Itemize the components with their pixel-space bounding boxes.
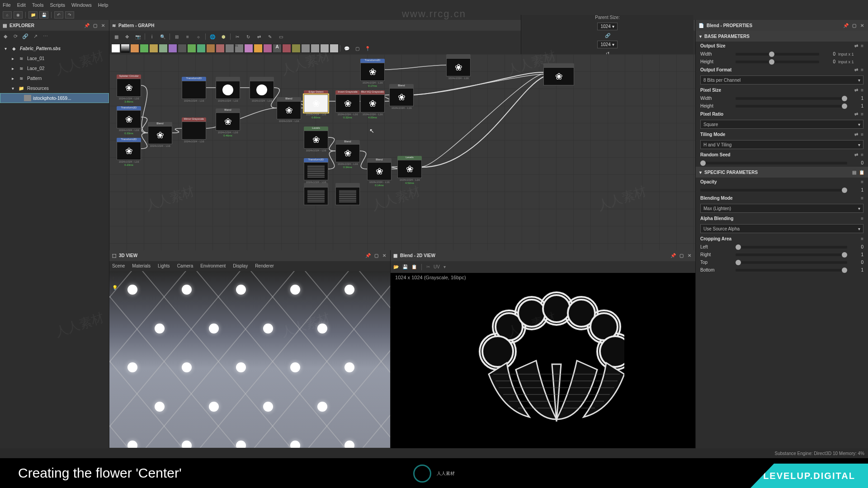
open-icon[interactable]: 📁 — [28, 11, 38, 19]
parent-size-value[interactable]: 1024 ▾ — [597, 23, 617, 30]
select-icon[interactable]: ▭ — [276, 32, 286, 41]
move-icon[interactable]: ✥ — [122, 32, 132, 41]
palette-swatch[interactable] — [311, 44, 320, 53]
palette-swatch[interactable] — [216, 44, 225, 53]
menu-tools[interactable]: Tools — [32, 2, 44, 8]
menu-icon[interactable]: ≡ — [861, 152, 863, 157]
screenshot-icon[interactable]: 📷 — [133, 32, 143, 41]
save-icon[interactable]: 💾 — [39, 11, 48, 19]
menu-icon[interactable]: ≡ — [861, 179, 863, 184]
tree-item-resource-image[interactable]: istockphoto-1659... — [0, 93, 109, 103]
crop-left-slider[interactable] — [736, 246, 847, 249]
graph-node[interactable]: Edge Detect❀1024x1024 - L160.80ms — [304, 90, 328, 119]
maximize-icon[interactable]: ▢ — [373, 253, 379, 259]
section-base-parameters[interactable]: ▾BASE PARAMETERS — [696, 31, 868, 42]
px-width-slider[interactable] — [736, 97, 847, 100]
graph-node[interactable]: ❀1024x1024 - L16 — [446, 54, 471, 80]
open-icon[interactable]: 📂 — [393, 264, 399, 269]
export-icon[interactable]: ↗ — [32, 33, 39, 40]
menu-icon[interactable]: ≡ — [861, 236, 863, 241]
graph-node[interactable] — [335, 183, 360, 205]
crop-icon[interactable]: ✂ — [426, 264, 430, 269]
inherit-icon[interactable]: ⇄ — [854, 152, 858, 157]
menu-scene[interactable]: Scene — [112, 263, 125, 268]
graph-node[interactable]: Levels❀1024x1024 - L16 — [304, 127, 328, 152]
crop-top-slider[interactable] — [736, 261, 847, 264]
palette-swatch[interactable] — [187, 44, 196, 53]
opacity-slider[interactable] — [700, 189, 847, 192]
palette-swatch[interactable] — [111, 44, 120, 53]
graph-node[interactable]: Blend❀1024x1024 - L160.46ms — [216, 108, 240, 137]
alpha-blending-select[interactable]: Use Source Alpha▾ — [700, 224, 863, 233]
palette-swatch[interactable] — [206, 44, 215, 53]
redo-icon[interactable]: ↷ — [65, 11, 74, 19]
link-icon[interactable]: ⟐ — [193, 32, 203, 41]
menu-windows[interactable]: Windows — [71, 2, 92, 8]
flip-icon[interactable]: ⇄ — [254, 32, 264, 41]
home-icon[interactable]: ⌂ — [3, 11, 12, 19]
chevron-down-icon[interactable]: ▾ — [443, 264, 446, 269]
graph-node[interactable]: Blend❀1024x1024 - L160.14ms — [367, 158, 392, 187]
new-substance-icon[interactable]: ◆ — [2, 33, 9, 40]
link-icon[interactable]: 🔗 — [22, 33, 29, 40]
px-height-slider[interactable] — [736, 105, 847, 108]
blending-mode-select[interactable]: Max (Lighten)▾ — [700, 204, 863, 213]
menu-camera[interactable]: Camera — [177, 263, 193, 268]
graph-node[interactable]: ❀ — [543, 63, 574, 85]
palette-swatch[interactable] — [320, 44, 329, 53]
crop-bottom-slider[interactable] — [736, 269, 847, 272]
palette-swatch[interactable] — [330, 44, 339, 53]
maximize-icon[interactable]: ▢ — [678, 253, 684, 259]
graph-node[interactable]: Transform2D1024x1024 - L160.11ms — [304, 158, 328, 187]
palette-swatch[interactable] — [149, 44, 158, 53]
graph-node[interactable]: Transform2D1024x1024 - L16 — [182, 77, 206, 103]
pixel-ratio-select[interactable]: Square▾ — [700, 120, 863, 129]
project-root[interactable]: ▾◆ Fabric_Pattern.sbs — [0, 43, 109, 53]
palette-swatch[interactable] — [140, 44, 149, 53]
frame-all-icon[interactable]: ▦ — [111, 32, 121, 41]
inherit-icon[interactable]: ⇄ — [854, 43, 858, 48]
graph-node[interactable]: Blur HQ Grayscale❀1024x1024 - L164.00ms — [360, 90, 385, 119]
pin-icon[interactable]: 📌 — [84, 22, 90, 28]
graph-node[interactable]: Blend❀1024x1024 - L16 — [277, 97, 301, 123]
align-icon[interactable]: ≡ — [183, 32, 193, 41]
copy-icon[interactable]: 📋 — [411, 264, 417, 269]
tree-item-resources[interactable]: ▾📁 Resources — [0, 83, 109, 93]
graph-node[interactable]: 1024x1024 - L16 — [250, 77, 274, 103]
menu-icon[interactable]: ≡ — [861, 67, 863, 72]
tree-item-lace02[interactable]: ▸≋ Lace_02 — [0, 63, 109, 73]
graph-node[interactable]: Transform2D❀1024x1024 - L160.23ms — [117, 138, 141, 166]
palette-swatch[interactable] — [225, 44, 234, 53]
comment-icon[interactable]: 💬 — [342, 44, 352, 53]
lock-icon[interactable]: 🔗 — [605, 33, 610, 38]
maximize-icon[interactable]: ▢ — [851, 22, 857, 28]
graph-node[interactable]: Mirror Grayscale1024x1024 - L16 — [182, 117, 206, 143]
zoom-icon[interactable]: 🔍 — [158, 32, 168, 41]
globe-icon[interactable]: ◉ — [14, 11, 23, 19]
python-icon[interactable]: ⬢ — [218, 32, 228, 41]
menu-file[interactable]: File — [3, 2, 11, 8]
expose-icon[interactable]: ▤ — [852, 170, 856, 175]
close-icon[interactable]: ✕ — [381, 253, 387, 259]
graph-node[interactable]: 1024x1024 - L16 — [216, 77, 240, 103]
tree-item-pattern[interactable]: ▸≋ Pattern — [0, 73, 109, 83]
uv-label[interactable]: UV — [434, 264, 440, 269]
palette-swatch[interactable]: 01 — [235, 44, 244, 53]
palette-swatch[interactable] — [282, 44, 291, 53]
palette-swatch[interactable] — [301, 44, 310, 53]
graph-node[interactable]: Levels❀1024x1024 - L164.52ms — [397, 156, 422, 184]
menu-materials[interactable]: Materials — [132, 263, 151, 268]
graph-node[interactable] — [304, 183, 328, 205]
section-specific-parameters[interactable]: ▾SPECIFIC PARAMETERS ▤📋 — [696, 167, 868, 178]
menu-icon[interactable]: ≡ — [861, 196, 863, 201]
globe-icon[interactable]: 🌐 — [208, 32, 217, 41]
close-icon[interactable]: ✕ — [859, 22, 865, 28]
graph-node[interactable]: Blend❀1024x1024 - L160.34ms — [335, 140, 360, 169]
edit-icon[interactable]: ✎ — [265, 32, 275, 41]
menu-environment[interactable]: Environment — [200, 263, 226, 268]
palette-swatch[interactable] — [168, 44, 177, 53]
menu-renderer[interactable]: Renderer — [255, 263, 274, 268]
refresh-icon[interactable]: ⟳ — [12, 33, 19, 40]
menu-icon[interactable]: ≡ — [861, 88, 863, 93]
menu-icon[interactable]: ≡ — [861, 112, 863, 117]
